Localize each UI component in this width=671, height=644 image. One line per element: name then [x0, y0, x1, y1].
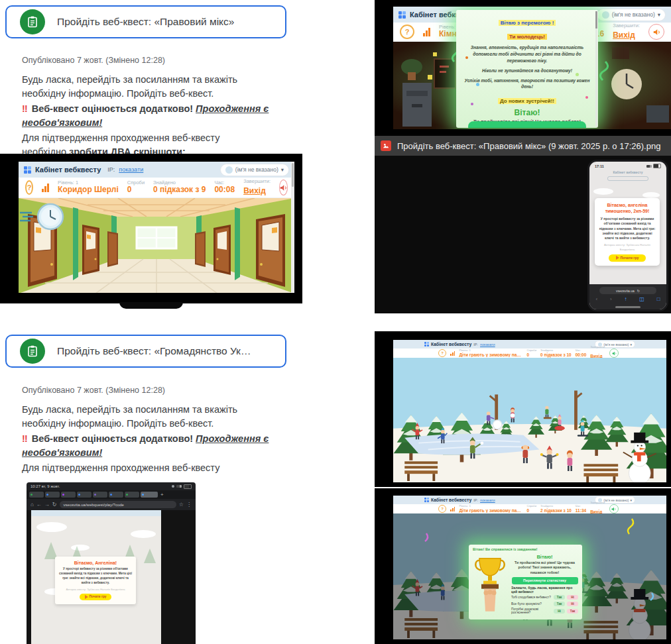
faded-control — [607, 176, 648, 181]
reload-icon: ↻ — [637, 289, 640, 293]
attempts-value: 0 — [127, 186, 145, 195]
exit-link[interactable]: Вихід — [613, 30, 635, 40]
browser-tab[interactable] — [77, 492, 91, 498]
help-button[interactable]: ? — [438, 505, 446, 513]
sound-button[interactable] — [609, 349, 619, 358]
assignment-icon — [20, 9, 45, 34]
safari-toolbar: vseosvita.ua ↻ ‹ › ↑ ◫ □ — [589, 284, 666, 309]
finish-stat: Завершити: Вихід — [613, 23, 640, 41]
user-dropdown[interactable]: (ім'я не вказано) ▾ — [597, 9, 666, 21]
scrollbar[interactable] — [291, 162, 294, 293]
alert-bold-text: Веб-квест оцінюється додатково! — [32, 103, 193, 114]
corridor-scene-illustration — [19, 198, 294, 293]
url-bar[interactable]: vseosvita.ua/webquest/play/?code — [60, 501, 176, 508]
answer-yes-button[interactable]: Так — [567, 609, 578, 614]
exit-link[interactable]: Вихід — [243, 186, 266, 195]
home-indicator[interactable] — [615, 306, 640, 308]
attempts-stat: Спроби 0 — [127, 180, 145, 195]
menu-button[interactable]: ⋮ — [186, 502, 192, 508]
modal-scrollbar[interactable] — [595, 11, 597, 127]
continue-button[interactable] — [468, 121, 586, 128]
browser-tab[interactable] — [125, 492, 139, 498]
feedback-title: Залиште, будь ласка, враження про цей ве… — [511, 586, 578, 594]
webquest-window-detective: Кабінет вебквесту IP: (ім'я не вказано) … — [393, 7, 671, 129]
finish-stat: Завершити: Вихід — [243, 179, 271, 197]
browser-tab[interactable] — [109, 492, 123, 498]
ip-show-link[interactable]: показати — [119, 166, 143, 173]
safari-url-pill[interactable]: vseosvita.ua ↻ — [599, 287, 656, 294]
browser-tab[interactable] — [45, 492, 60, 498]
screenshot-frame-corridor: Кабінет вебквесту IP: показати (ім'я не … — [0, 154, 302, 303]
sound-button[interactable] — [279, 180, 288, 195]
found-value: 0 підказок з 9 — [153, 186, 206, 195]
answer-yes-button[interactable]: Так — [554, 595, 565, 600]
question-text: Потрібні додаткові роз'яснення? — [511, 608, 552, 614]
tabs-button[interactable]: □ — [657, 296, 660, 302]
home-button[interactable]: ⌂ — [30, 502, 34, 508]
browser-tab[interactable] — [61, 492, 76, 498]
apps-grid-icon — [24, 166, 31, 174]
assignment-title: Пройдіть веб-квест: «Громадянство Ук… — [57, 345, 251, 357]
victory-greeting: Вітаю з перемогою ! — [499, 20, 556, 26]
forward-button[interactable]: › — [610, 296, 612, 302]
user-name: (ім'я не вказано) — [612, 11, 655, 18]
avatar — [602, 11, 609, 19]
new-tab-button[interactable]: + — [160, 492, 164, 498]
start-quest-button[interactable]: Почати гру — [609, 254, 646, 262]
sound-button[interactable] — [648, 24, 664, 40]
image-file-icon — [381, 140, 391, 151]
time-value: 11:34 — [576, 508, 586, 513]
assignment-card-2[interactable]: Пройдіть веб-квест: «Громадянство Ук… — [5, 335, 286, 368]
battery-icon — [184, 484, 192, 489]
answer-no-button[interactable]: Ні — [567, 602, 578, 606]
apps-grid-icon — [398, 11, 406, 19]
attempts-value: 0 — [526, 352, 536, 357]
view-stats-button[interactable]: Переглянути статистику — [512, 577, 578, 584]
start-quest-label: Почати гру — [621, 256, 639, 260]
browser-tab[interactable] — [29, 492, 44, 498]
answer-no-button[interactable]: Ні — [567, 595, 578, 600]
reload-button[interactable]: ↻ — [52, 502, 57, 508]
assignment-description: Будь ласка, перейдіть за посиланням та в… — [22, 403, 280, 476]
help-button[interactable]: ? — [400, 25, 414, 39]
help-button[interactable]: ? — [438, 349, 446, 357]
browser-tab[interactable] — [93, 492, 107, 498]
winter-park-illustration — [393, 358, 666, 482]
bookmarks-button[interactable]: ◫ — [639, 296, 644, 302]
assignment-card-1[interactable]: Пройдіть веб-квест: «Правовий мікс» — [5, 5, 286, 38]
screenshot-frame-winter-1: Кабінет вебквесту IP: показати (ім'я не … — [375, 331, 671, 487]
user-dropdown[interactable]: (ім'я не вказано) ▾ — [220, 164, 289, 176]
sound-button[interactable] — [609, 504, 619, 513]
found-stat: Знайдено 0 підказок з 10 — [540, 349, 572, 357]
level-name: Діти грають у зимовому парку і… — [459, 508, 522, 513]
victory-praise: Ти молодець! — [507, 34, 547, 40]
congrats-text: Ти пройшов/ла всі рівні! Це чудова робот… — [511, 561, 578, 575]
quest-welcome-modal: Вітаємо, ангеліна тимошенко, 2кп-59! У п… — [595, 198, 660, 266]
feedback-question-row: Потрібні додаткові роз'яснення? Ні Так — [511, 608, 578, 614]
victory-paragraph: Успіхів тобі, натхнення, творчості та по… — [464, 78, 590, 91]
victory-farewell: До нових зустрічей!! — [498, 98, 556, 104]
back-button[interactable]: ← — [36, 502, 42, 508]
answer-yes-button[interactable]: Так — [554, 602, 565, 606]
back-button[interactable]: ‹ — [595, 296, 597, 302]
level-bars-icon — [450, 351, 455, 356]
cloud — [642, 192, 660, 198]
start-quest-button[interactable]: Почати гру — [80, 594, 111, 600]
statusbar-clock: 10:27 вт, 9 жовт. — [30, 484, 60, 488]
forward-button[interactable]: → — [44, 502, 50, 508]
feedback-question-row: Все було зрозуміло? Так Ні — [511, 602, 578, 606]
confetti — [476, 83, 479, 86]
attachment-row[interactable]: Пройдіть веб-квест: «Правовий мікс» (9 ж… — [375, 136, 671, 156]
found-value: 0 підказок з 10 — [540, 352, 572, 357]
apps-grid-icon — [424, 342, 429, 347]
answer-no-button[interactable]: Ні — [554, 609, 565, 614]
browser-tab-active[interactable] — [141, 492, 158, 498]
ip-label: IP: — [107, 166, 115, 173]
level-stat: Рівень: 1 Коридор Шерлі — [58, 180, 119, 195]
share-button[interactable]: ↑ — [624, 296, 627, 302]
signal-icon — [176, 485, 182, 488]
found-stat: Знайдено 0 підказок з 9 — [153, 180, 206, 195]
mobile-browser-screenshot: 10:27 вт, 9 жовт. + ⌂ ← → ↻ vseosvita.ua… — [27, 482, 196, 644]
bookmark-star-icon[interactable]: ☆ — [179, 502, 184, 508]
help-button[interactable]: ? — [25, 180, 33, 195]
